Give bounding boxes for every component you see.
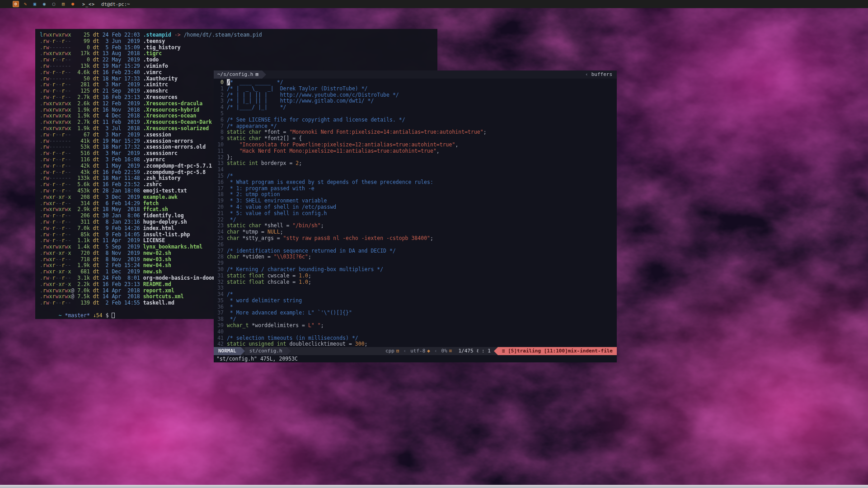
display-icon[interactable]: ▢ <box>51 1 57 7</box>
statusline-filename: st/config.h <box>245 347 287 355</box>
files-icon[interactable]: ▤ <box>60 1 66 7</box>
image-icon[interactable]: ▣ <box>32 1 38 7</box>
code-line: 1 /* | _ \_ _| Derek Taylor (DistroTube)… <box>216 86 617 92</box>
code-line: 29 <box>216 260 617 267</box>
code-line: 0 /* ____ _____ */ <box>216 80 617 86</box>
code-line: 40 <box>216 329 617 335</box>
bottom-window-edge <box>0 485 868 488</box>
window-title: dt@dt-pc:~ <box>101 1 130 7</box>
vim-tabline: ~/s/config.h⊞ ‹buffers <box>214 70 617 79</box>
code-line: 23 static char *shell = "/bin/sh"; <box>216 223 617 229</box>
code-line: 32 static float chscale = 1.0; <box>216 279 617 286</box>
code-line: 36 * <box>216 304 617 310</box>
terminal-indicator: >_<> <box>82 2 95 7</box>
code-line: 38 */ <box>216 316 617 323</box>
browser-icon[interactable]: ● <box>70 1 76 7</box>
code-line: 41 /* selection timeouts (in millisecond… <box>216 335 617 342</box>
camera-icon[interactable]: ◉ <box>41 1 47 7</box>
vim-buffer[interactable]: 0 /* ____ _____ */ 1 /* | _ \_ _| Derek … <box>214 79 617 347</box>
code-line: 2 /* | | | || | http://www.youtube.com/c… <box>216 92 617 99</box>
chevron-left-icon: ‹ <box>585 71 588 77</box>
topbar: ⚙✎▣◉▢▤● >_<> dt@dt-pc:~ <box>0 0 868 8</box>
modified-icon: ⊞ <box>255 71 258 77</box>
file-row: .rw-r--r-- 99 dt 3 Jun 2019 .teensy <box>40 38 433 45</box>
list-icon: ≡ <box>502 348 505 354</box>
code-line: 13 static int borderpx = 2; <box>216 160 617 167</box>
code-line: 20 * 4: value of shell in /etc/passwd <box>216 204 617 211</box>
code-line: 25 char *stty_args = "stty raw pass8 nl … <box>216 235 617 242</box>
encoding-indicator: utf-8◆ <box>407 347 433 355</box>
code-line: 5 <box>216 111 617 117</box>
prompt-symbol: $ <box>106 312 109 319</box>
vim-window[interactable]: ~/s/config.h⊞ ‹buffers 0 /* ____ _____ *… <box>214 70 617 362</box>
code-line: 11 "Hack Nerd Font Mono:pixelsize=11:ant… <box>216 148 617 155</box>
vim-message-line: "st/config.h" 475L, 20953C <box>214 355 617 362</box>
chevron-left-icon: ‹ <box>433 347 438 355</box>
git-branch: *master* <box>65 312 89 319</box>
code-line: 42 static unsigned int doubleclicktimeou… <box>216 341 617 347</box>
file-row: .rw------- 13k dt 19 Mar 15:29 .viminfo <box>40 63 433 70</box>
code-line: 34 /* <box>216 291 617 298</box>
code-line: 30 /* Kerning / character bounding-box m… <box>216 267 617 273</box>
settings-icon[interactable]: ⚙ <box>13 1 19 7</box>
file-row: .rwxrwxrwx 17k dt 13 Aug 2018 .tigrc <box>40 51 433 57</box>
code-line: 28 char *vtiden = "\\033[?6c"; <box>216 254 617 260</box>
file-row: .rw-r--r-- 0 dt 22 May 2019 .todo <box>40 57 433 63</box>
code-line: 4 /* |____/ |_| */ <box>216 104 617 111</box>
code-line: 3 /* | |_| || | http://www.gitlab.com/dw… <box>216 98 617 104</box>
code-line: 9 static char *font2[] = { <box>216 136 617 142</box>
cursor-position: 1/475 ℓ : 1 <box>455 347 494 355</box>
edit-icon[interactable]: ✎ <box>22 1 28 7</box>
code-line: 24 char *utmp = NULL; <box>216 229 617 235</box>
code-line: 14 <box>216 167 617 173</box>
code-line: 31 static float cwscale = 1.0; <box>216 273 617 279</box>
prompt-path: ~ <box>59 312 62 319</box>
mode-indicator: NORMAL <box>214 347 241 355</box>
code-line: 17 * 1: program passed with -e <box>216 186 617 192</box>
code-line: 6 /* See LICENSE file for copyright and … <box>216 117 617 123</box>
powerline-separator-icon <box>287 347 291 355</box>
code-line: 7 /* appearance */ <box>216 123 617 130</box>
scroll-percent: 0%≡ <box>438 347 455 355</box>
code-line: 16 * What program is execed by st depend… <box>216 179 617 186</box>
code-line: 35 * word delimiter string <box>216 298 617 304</box>
line-icon: ℓ <box>476 348 479 354</box>
code-line: 26 <box>216 242 617 248</box>
topbar-icons: ⚙✎▣◉▢▤● <box>13 1 76 7</box>
list-icon: ≡ <box>449 348 452 354</box>
code-line: 21 * 5: value of shell in config.h <box>216 211 617 217</box>
powerline-separator-icon <box>494 347 498 355</box>
file-row: lrwxrwxrwx 25 dt 24 Feb 22:03 .steampid … <box>40 32 433 38</box>
code-line: 27 /* identification sequence returned i… <box>216 248 617 254</box>
vim-cursor: / <box>227 79 230 85</box>
lint-warnings: ≡ [5]trailing [11:100]mix-indent-file <box>498 347 617 355</box>
filetype-icon: ⊞ <box>396 348 399 354</box>
tab-buffers[interactable]: ‹buffers <box>585 70 617 79</box>
git-status: ↓54 <box>93 312 103 319</box>
code-line: 22 */ <box>216 217 617 223</box>
desktop: ⚙✎▣◉▢▤● >_<> dt@dt-pc:~ lrwxrwxrwx 25 dt… <box>0 0 868 488</box>
code-line: 12 }; <box>216 155 617 161</box>
fileformat-icon: ◆ <box>427 348 430 354</box>
terminal-cursor <box>112 313 115 318</box>
powerline-separator-icon <box>262 70 266 79</box>
code-line: 37 * More advanced example: L" `'\"()[]{… <box>216 310 617 316</box>
code-line: 15 /* <box>216 173 617 179</box>
filetype-indicator: cpp⊞ <box>382 347 403 355</box>
code-line: 19 * 3: SHELL environment variable <box>216 198 617 204</box>
code-line: 8 static char *font = "Mononoki Nerd Fon… <box>216 129 617 136</box>
chevron-left-icon: ‹ <box>403 347 408 355</box>
code-line: 18 * 2: utmp option <box>216 192 617 198</box>
code-line: 33 <box>216 285 617 291</box>
tab-current-file[interactable]: ~/s/config.h⊞ <box>214 70 262 79</box>
code-line: 39 wchar_t *worddelimiters = L" "; <box>216 323 617 329</box>
vim-statusline: NORMAL st/config.h cpp⊞ ‹ utf-8◆ ‹ 0%≡ 1… <box>214 347 617 355</box>
powerline-separator-icon <box>241 347 245 355</box>
code-line: 10 "Inconsolata for Powerline:pixelsize=… <box>216 142 617 148</box>
file-row: .rw------- 0 dt 5 Feb 15:09 .tig_history <box>40 45 433 51</box>
